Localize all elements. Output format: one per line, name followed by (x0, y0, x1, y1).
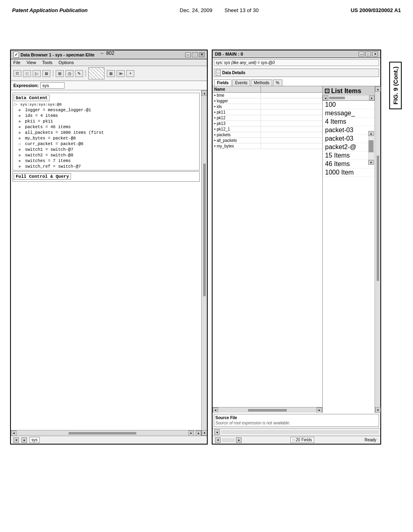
list-item-7[interactable]: 46 Items (323, 160, 375, 168)
list-v-track[interactable] (368, 136, 374, 160)
toolbar-btn-7[interactable]: ✎ (75, 70, 83, 77)
table-scroll-track[interactable] (219, 409, 316, 412)
tree-node-mybytes[interactable]: my_bytes = packet-@6 (25, 136, 76, 141)
db-v-down[interactable]: ▾ (375, 407, 381, 413)
menu-options[interactable]: Options (58, 60, 74, 65)
bottom-scroll-left[interactable]: ◂ (13, 437, 19, 443)
list-item-8[interactable]: 1000 Item (323, 168, 375, 177)
toolbar-btn-6[interactable]: ◷ (65, 70, 73, 77)
tree-icon-packets: ⊕ (19, 125, 24, 129)
tree-icon-switch1: ⊕ (19, 148, 24, 152)
tree-node-packets[interactable]: packets = 46 items (25, 125, 71, 129)
arrow-802-label: ← 802 (100, 50, 114, 56)
status-expand[interactable]: ▴ (236, 437, 242, 443)
tree-node-switch1[interactable]: switch1 = switch-@7 (25, 147, 73, 152)
db-minimize[interactable]: — (359, 52, 364, 56)
bottom-status-bar: ◂ ▴ sys (11, 436, 207, 444)
toolbar-btn-5[interactable]: ⊞ (56, 70, 64, 77)
tree-node-logger[interactable]: logger = message_logger-@1 (25, 108, 91, 112)
db-v-up[interactable]: ▴ (375, 86, 381, 92)
toolbar-btn-8[interactable]: ≫ (117, 70, 125, 77)
list-icon: ⊡ (324, 87, 330, 95)
tree-row-packets: ⊕ packets = 46 items (19, 124, 198, 130)
toolbar-btn-3[interactable]: ▷ (33, 70, 41, 77)
status-scroll-left[interactable]: ◂ (215, 437, 221, 443)
menu-file[interactable]: File (13, 60, 21, 65)
bottom-scroll-expand[interactable]: ▴ (21, 437, 27, 443)
scroll-right[interactable]: ▸ (188, 430, 194, 436)
tree-node-currpacket[interactable]: curr_packet = packet-@6 (25, 141, 83, 146)
close-icon[interactable]: ✕ (199, 52, 204, 57)
scroll-thumb-h (69, 432, 136, 434)
tree-node-root[interactable]: sys:sys:sys:sys:@0 (20, 102, 62, 107)
db-v-track[interactable] (376, 93, 380, 406)
list-scroll-track[interactable] (328, 96, 369, 100)
list-scroll-left[interactable]: ◂ (323, 96, 328, 100)
expression-input[interactable]: sys (40, 82, 65, 89)
tab-methods[interactable]: Methods (251, 79, 272, 86)
src-scroll-track[interactable] (221, 430, 379, 434)
table-scroll-right[interactable]: ▸ (317, 407, 322, 413)
scroll-track-h[interactable] (17, 432, 188, 435)
db-v-scrollbar[interactable]: ▴ ▾ (375, 86, 380, 413)
tab-events[interactable]: Events (232, 79, 250, 86)
list-item-2[interactable]: 4 Items (323, 118, 375, 126)
header-date: Dec. 24, 2009 (180, 7, 213, 13)
tree-node-switch2[interactable]: switch2 = switch-@8 (25, 153, 73, 158)
toolbar-btn-zoom[interactable]: ⊠ (107, 70, 115, 77)
toolbar-btn-9[interactable]: ⌖ (126, 70, 134, 77)
list-item-6[interactable]: 15 Items (323, 152, 375, 160)
tree-row-allpackets: ⊕ all_packets = 1000 items (first (19, 130, 198, 135)
table-row-all_packets: • all_packets (213, 138, 322, 143)
cell-pk12_1: • pk12_1 (213, 127, 261, 132)
menu-bar: File View Tools Options (11, 59, 207, 66)
tree-node-pk11[interactable]: pk11 = pk11 (25, 119, 53, 124)
list-item-0[interactable]: 100 (323, 101, 375, 109)
menu-tools[interactable]: Tools (42, 60, 52, 65)
list-item-4[interactable]: packet-03 (323, 135, 375, 143)
list-item-1[interactable]: message_ (323, 109, 375, 118)
tree-node-allpackets[interactable]: all_packets = 1000 items (first (25, 130, 104, 135)
main-area: Data Content □– sys:sys:sys:sys:@0 ⊕ log… (11, 90, 201, 436)
tree-row-mybytes: ⊕ my_bytes = packet-@6 (19, 135, 198, 141)
tree-node-switches[interactable]: switches = 7 items (25, 158, 71, 163)
tree-row-switchref: ⊕ switch_ref = switch-@7 (19, 164, 198, 169)
main-content: ← 802 ✓ Data Browser 1 - sys - specman E… (0, 13, 413, 449)
table-scroll-left[interactable]: ◂ (213, 407, 218, 413)
menu-view[interactable]: View (27, 60, 36, 65)
list-items-area: ⊡ List Items ◂ ▸ 100 message_ 4 Items pa… (322, 86, 375, 413)
data-details-icon: □ (216, 70, 221, 76)
list-v-up[interactable]: ▴ (368, 131, 374, 136)
cell-time: • time (213, 93, 261, 98)
status-scroll-track[interactable] (222, 438, 234, 442)
tab-percent[interactable]: % (273, 79, 282, 86)
scroll-left[interactable]: ◂ (11, 430, 17, 436)
scroll-up-v[interactable]: ▴ (196, 430, 201, 436)
list-item-5[interactable]: packet2-@ (323, 143, 375, 152)
v-scrollbar[interactable]: ▴ ▾ (201, 90, 207, 436)
v-scroll-track[interactable] (203, 97, 206, 429)
tree-node-switchref[interactable]: switch_ref = switch-@7 (25, 164, 81, 169)
list-scroll-right[interactable]: ▸ (369, 96, 375, 100)
tree-row-ids: ⊕ ids = 4 items (19, 113, 198, 118)
table-h-scroll[interactable]: ◂ ▸ (213, 407, 322, 413)
h-scrollbar[interactable]: ◂ ▸ ▴ (11, 430, 201, 436)
list-item-3[interactable]: packet-03 (323, 126, 375, 135)
tree-toggle-0[interactable]: □– (14, 103, 19, 107)
maximize-icon[interactable]: □ (192, 52, 198, 57)
v-scroll-up[interactable]: ▴ (202, 90, 207, 96)
table-row-time: • time (213, 93, 322, 98)
tree-node-ids[interactable]: ids = 4 items (25, 113, 58, 118)
db-close[interactable]: ✕ (372, 52, 378, 56)
tree-row-switch1: ⊕ switch1 = switch-@7 (19, 147, 198, 152)
minimize-icon[interactable]: — (185, 52, 191, 57)
v-scroll-down[interactable]: ▾ (202, 430, 207, 436)
cell-pk11: • pk11 (213, 110, 261, 115)
toolbar-btn-1[interactable]: ⊡ (13, 70, 21, 77)
tab-fields[interactable]: Fields (214, 79, 232, 86)
toolbar-btn-2[interactable]: □ (23, 70, 31, 77)
list-v-down[interactable]: ▾ (368, 160, 374, 165)
src-scroll-left[interactable]: ◂ (214, 429, 220, 435)
toolbar-btn-4[interactable]: ⊠ (42, 70, 50, 77)
db-maximize[interactable]: □ (365, 52, 371, 56)
